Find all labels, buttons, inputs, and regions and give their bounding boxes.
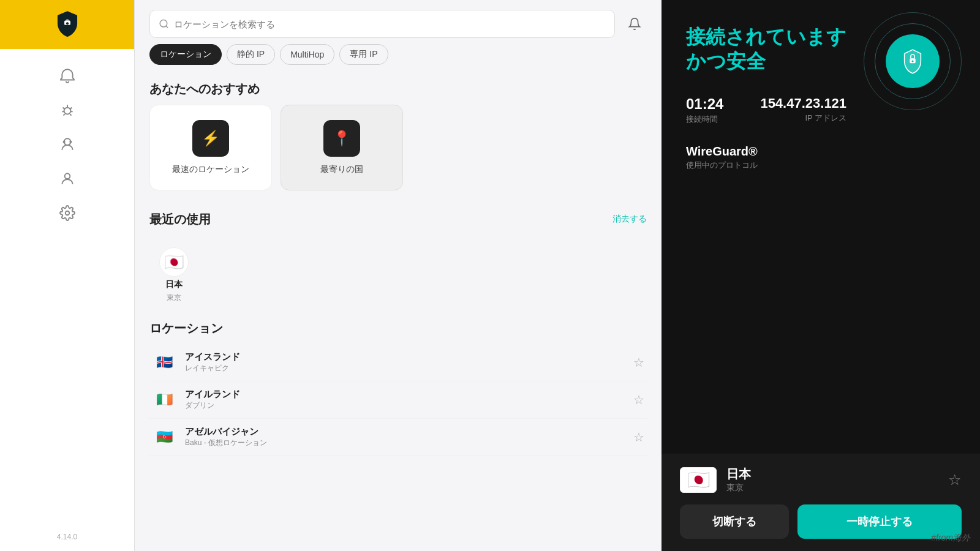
tab-static-ip[interactable]: 静的 IP xyxy=(227,44,275,65)
vpn-shield-icon xyxy=(899,48,926,75)
right-panel: 接続されています かつ安全 01:24 接続時間 154.47.23.121 I… xyxy=(662,0,980,551)
nearest-label: 最寄りの国 xyxy=(320,164,363,175)
locations-list: 🇮🇸 アイスランド レイキャビク ☆ 🇮🇪 アイルランド ダブリン ☆ 🇦🇿 xyxy=(149,344,647,456)
bug-icon xyxy=(59,102,75,118)
recommendations-title: あなたへのおすすめ xyxy=(149,81,647,97)
table-row[interactable]: 🇮🇸 アイスランド レイキャビク ☆ xyxy=(149,344,647,381)
vpn-logo-circle xyxy=(864,12,962,110)
watermark: #from海外 xyxy=(931,533,970,544)
fastest-icon-box: ⚡ xyxy=(192,120,229,157)
azerbaijan-favorite-button[interactable]: ☆ xyxy=(633,430,644,444)
main-content: ロケーション 静的 IP MultiHop 専用 IP あなたへのおすすめ ⚡ … xyxy=(135,0,662,551)
ireland-info: アイルランド ダブリン xyxy=(185,389,625,411)
fastest-label: 最速のロケーション xyxy=(172,164,249,175)
svg-point-2 xyxy=(66,22,68,24)
clear-button[interactable]: 消去する xyxy=(612,214,647,225)
current-country-name: 日本 xyxy=(726,466,938,482)
table-row[interactable]: 🇮🇪 アイルランド ダブリン ☆ xyxy=(149,381,647,419)
sidebar-item-account[interactable] xyxy=(51,163,83,195)
azerbaijan-info: アゼルバイジャン Baku - 仮想ロケーション xyxy=(185,426,625,448)
iceland-city: レイキャビク xyxy=(185,363,625,373)
ireland-favorite-button[interactable]: ☆ xyxy=(633,392,644,407)
ip-address-label: IP アドレス xyxy=(760,113,846,124)
sidebar-item-spy[interactable] xyxy=(51,129,83,160)
svg-point-8 xyxy=(65,211,69,216)
recent-items: 🇯🇵 日本 東京 xyxy=(149,242,647,308)
sidebar-item-bug[interactable] xyxy=(51,94,83,126)
iceland-info: アイスランド レイキャビク xyxy=(185,351,625,373)
iceland-favorite-button[interactable]: ☆ xyxy=(633,355,644,370)
vpn-inner-circle xyxy=(886,34,940,88)
search-icon xyxy=(159,18,169,29)
azerbaijan-name: アゼルバイジャン xyxy=(185,426,625,438)
protocol-name: WireGuard® xyxy=(686,144,956,159)
svg-point-9 xyxy=(160,20,167,27)
list-item[interactable]: 🇯🇵 日本 東京 xyxy=(149,242,198,308)
connection-time-label: 接続時間 xyxy=(686,114,723,125)
pin-icon: 📍 xyxy=(333,130,351,147)
account-icon xyxy=(59,171,75,187)
shield-icon xyxy=(53,10,81,39)
version-label: 4.14.0 xyxy=(57,533,77,541)
panel-top: 接続されています かつ安全 01:24 接続時間 154.47.23.121 I… xyxy=(662,0,980,454)
ip-address-block: 154.47.23.121 IP アドレス xyxy=(760,96,846,125)
ireland-name: アイルランド xyxy=(185,389,625,400)
notification-button[interactable] xyxy=(622,12,647,36)
scroll-area[interactable]: あなたへのおすすめ ⚡ 最速のロケーション 📍 最寄りの国 最近の使用 消去する xyxy=(135,72,662,551)
tab-multihop[interactable]: MultiHop xyxy=(280,44,334,65)
recent-header: 最近の使用 消去する xyxy=(149,203,647,235)
japan-name: 日本 xyxy=(165,279,183,290)
sidebar-item-settings[interactable] xyxy=(51,197,83,229)
search-bar-row xyxy=(135,0,662,44)
svg-point-5 xyxy=(63,141,64,143)
sidebar-item-alert[interactable] xyxy=(51,60,83,92)
protocol-row: WireGuard® 使用中のプロトコル xyxy=(686,144,956,171)
search-input[interactable] xyxy=(174,19,606,29)
azerbaijan-city: Baku - 仮想ロケーション xyxy=(185,438,625,448)
current-location-favorite-button[interactable]: ☆ xyxy=(948,471,962,489)
svg-point-7 xyxy=(64,173,70,179)
search-input-wrapper xyxy=(149,10,615,38)
ireland-flag: 🇮🇪 xyxy=(152,391,176,408)
azerbaijan-flag: 🇦🇿 xyxy=(152,429,176,446)
japan-city: 東京 xyxy=(167,293,181,303)
rec-card-nearest[interactable]: 📍 最寄りの国 xyxy=(281,105,403,190)
recent-title: 最近の使用 xyxy=(149,211,211,228)
current-country-city: 東京 xyxy=(726,482,938,493)
svg-rect-1 xyxy=(66,19,69,22)
svg-point-11 xyxy=(911,60,913,62)
bell-icon xyxy=(628,17,641,31)
current-country-info: 日本 東京 xyxy=(726,466,938,493)
sidebar: 4.14.0 xyxy=(0,0,135,551)
disconnect-button[interactable]: 切断する xyxy=(680,504,789,539)
ip-address-value: 154.47.23.121 xyxy=(760,96,846,111)
table-row[interactable]: 🇦🇿 アゼルバイジャン Baku - 仮想ロケーション ☆ xyxy=(149,419,647,456)
tab-location[interactable]: ロケーション xyxy=(149,44,222,65)
sidebar-nav xyxy=(0,55,134,234)
connection-time-block: 01:24 接続時間 xyxy=(686,96,723,125)
lightning-icon: ⚡ xyxy=(202,130,220,147)
current-country-flag: 🇯🇵 xyxy=(680,467,717,493)
tab-dedicated-ip[interactable]: 専用 IP xyxy=(339,44,388,65)
japan-flag-recent: 🇯🇵 xyxy=(159,247,189,277)
settings-icon xyxy=(59,205,75,221)
connection-time-value: 01:24 xyxy=(686,96,723,113)
nearest-icon-box: 📍 xyxy=(323,120,360,157)
sidebar-logo xyxy=(0,0,134,49)
alert-icon xyxy=(59,68,75,84)
recommendations-row: ⚡ 最速のロケーション 📍 最寄りの国 xyxy=(149,105,647,190)
spy-icon xyxy=(59,137,75,152)
iceland-name: アイスランド xyxy=(185,351,625,363)
iceland-flag: 🇮🇸 xyxy=(152,354,176,371)
svg-point-3 xyxy=(64,108,70,114)
ireland-city: ダブリン xyxy=(185,400,625,411)
action-buttons: 切断する 一時停止する xyxy=(680,504,962,539)
current-location-row: 🇯🇵 日本 東京 ☆ xyxy=(680,466,962,493)
locations-title: ロケーション xyxy=(149,320,647,337)
protocol-label: 使用中のプロトコル xyxy=(686,160,956,171)
rec-card-fastest[interactable]: ⚡ 最速のロケーション xyxy=(149,105,272,190)
svg-point-6 xyxy=(70,141,71,143)
tabs-row: ロケーション 静的 IP MultiHop 専用 IP xyxy=(135,44,662,72)
